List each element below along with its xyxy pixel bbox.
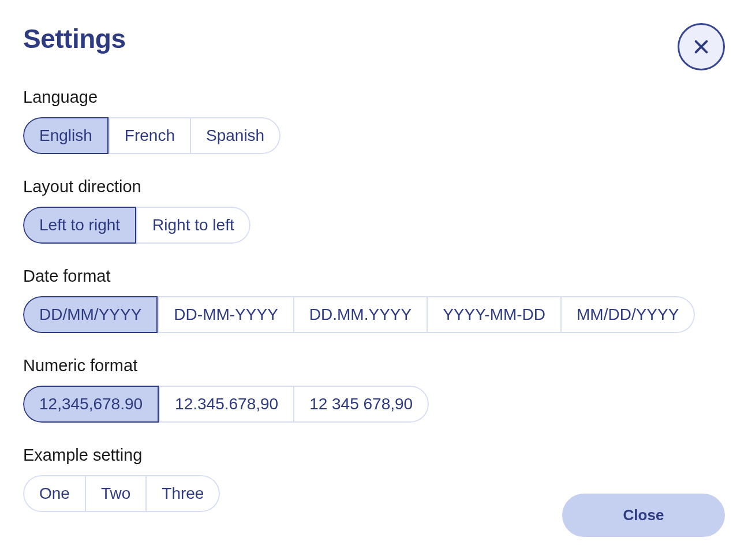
option-dd-mm-yyyy[interactable]: DD/MM/YYYY — [23, 296, 158, 333]
option-dd-mm-yyyy[interactable]: DD.MM.YYYY — [294, 296, 428, 333]
segmented-control: Left to rightRight to left — [23, 207, 250, 244]
close-icon-button[interactable] — [678, 23, 725, 70]
setting-label: Example setting — [23, 446, 725, 465]
segmented-control: OneTwoThree — [23, 475, 220, 512]
setting-group-layout-direction: Layout directionLeft to rightRight to le… — [23, 177, 725, 244]
segmented-control: 12,345,678.9012.345.678,9012 345 678,90 — [23, 386, 429, 423]
option-three[interactable]: Three — [147, 475, 220, 512]
option-one[interactable]: One — [23, 475, 86, 512]
option-right-to-left[interactable]: Right to left — [136, 207, 250, 244]
option-12-345-678-90[interactable]: 12.345.678,90 — [159, 386, 294, 423]
option-yyyy-mm-dd[interactable]: YYYY-MM-DD — [428, 296, 562, 333]
close-button[interactable]: Close — [562, 494, 725, 537]
setting-group-language: LanguageEnglishFrenchSpanish — [23, 88, 725, 154]
option-12-345-678-90[interactable]: 12 345 678,90 — [294, 386, 429, 423]
segmented-control: EnglishFrenchSpanish — [23, 117, 280, 154]
setting-label: Layout direction — [23, 177, 725, 196]
setting-label: Numeric format — [23, 356, 725, 375]
setting-label: Date format — [23, 267, 725, 286]
setting-label: Language — [23, 88, 725, 107]
setting-group-date-format: Date formatDD/MM/YYYYDD-MM-YYYYDD.MM.YYY… — [23, 267, 725, 333]
option-dd-mm-yyyy[interactable]: DD-MM-YYYY — [158, 296, 294, 333]
option-two[interactable]: Two — [86, 475, 147, 512]
option-spanish[interactable]: Spanish — [191, 117, 280, 154]
segmented-control: DD/MM/YYYYDD-MM-YYYYDD.MM.YYYYYYYY-MM-DD… — [23, 296, 695, 333]
setting-group-numeric-format: Numeric format12,345,678.9012.345.678,90… — [23, 356, 725, 423]
option-mm-dd-yyyy[interactable]: MM/DD/YYYY — [562, 296, 695, 333]
option-12-345-678-90[interactable]: 12,345,678.90 — [23, 386, 159, 423]
close-icon — [692, 38, 710, 56]
option-left-to-right[interactable]: Left to right — [23, 207, 136, 244]
option-french[interactable]: French — [109, 117, 191, 154]
option-english[interactable]: English — [23, 117, 109, 154]
page-title: Settings — [23, 23, 125, 54]
